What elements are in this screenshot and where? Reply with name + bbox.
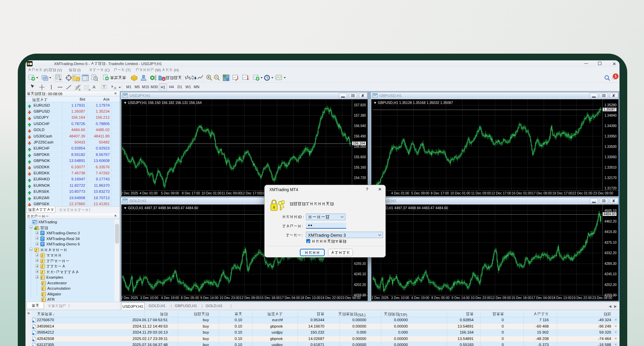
svg-text:E: E bbox=[79, 88, 80, 91]
svg-text:F: F bbox=[89, 89, 91, 91]
svg-text:T: T bbox=[103, 85, 105, 89]
